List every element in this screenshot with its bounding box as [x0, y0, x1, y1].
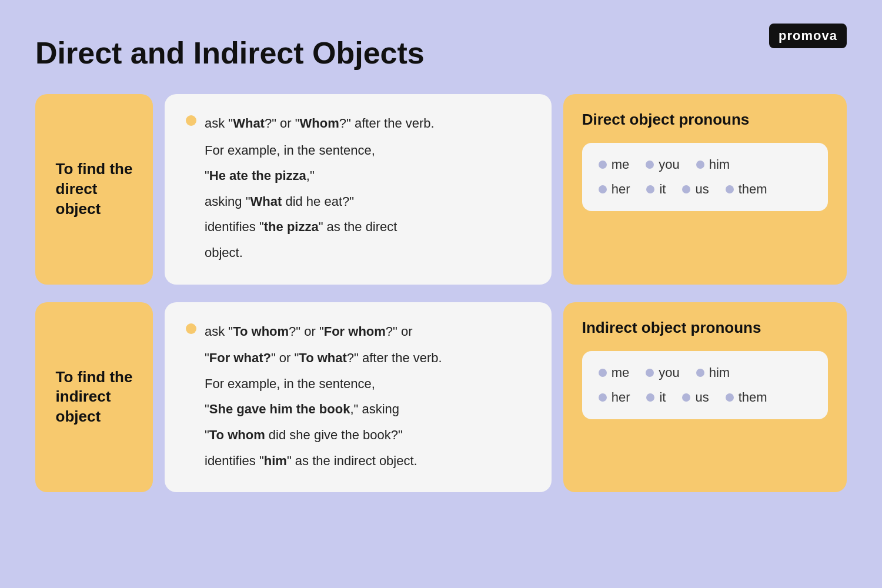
- direct-pronouns-card: Direct object pronouns me you him: [563, 94, 847, 285]
- pronoun-him-direct: him: [696, 157, 730, 172]
- pronoun-you-direct: you: [646, 157, 679, 172]
- pronoun-you-label: you: [659, 365, 679, 380]
- pronoun-her-label: her: [612, 390, 630, 405]
- pronoun-her-indirect: her: [599, 390, 630, 405]
- direct-explanation-card: ask "What?" or "Whom?" after the verb. F…: [165, 94, 552, 285]
- pronoun-dot: [696, 161, 704, 169]
- direct-label-card: To find thedirectobject: [35, 94, 153, 285]
- direct-pronouns-title: Direct object pronouns: [582, 111, 828, 129]
- indirect-line1: "For what?" or "To what?" after the verb…: [186, 346, 530, 370]
- pronoun-dot: [599, 161, 607, 169]
- indirect-pronouns-title: Indirect object pronouns: [582, 319, 828, 337]
- indirect-object-section: To find theindirectobject ask "To whom?"…: [35, 302, 847, 493]
- indirect-label-card: To find theindirectobject: [35, 302, 153, 493]
- pronoun-dot: [599, 393, 607, 402]
- pronoun-us-direct: us: [682, 182, 709, 197]
- bullet-dot-indirect: [186, 323, 196, 334]
- indirect-line3: "She gave him the book," asking: [186, 397, 530, 421]
- indirect-pronouns-list: me you him her: [582, 351, 828, 419]
- direct-line3: asking "What did he eat?": [186, 190, 530, 213]
- pronoun-him-label: him: [709, 365, 730, 380]
- pronoun-her-label: her: [612, 182, 630, 197]
- pronoun-dot: [726, 393, 734, 402]
- sections-wrapper: To find thedirectobject ask "What?" or "…: [35, 94, 847, 492]
- indirect-pronouns-card: Indirect object pronouns me you him: [563, 302, 847, 493]
- pronoun-it-label: it: [659, 182, 666, 197]
- direct-line4: identifies "the pizza" as the direct: [186, 215, 530, 239]
- pronoun-them-label: them: [739, 390, 767, 405]
- promova-badge: promova: [769, 24, 847, 48]
- pronoun-dot: [599, 185, 607, 193]
- pronoun-them-direct: them: [726, 182, 767, 197]
- pronoun-them-indirect: them: [726, 390, 767, 405]
- direct-pronouns-list: me you him her: [582, 143, 828, 211]
- indirect-bullet-text: ask "To whom?" or "For whom?" or: [205, 320, 413, 343]
- pronoun-him-label: him: [709, 157, 730, 172]
- direct-bullet-text: ask "What?" or "Whom?" after the verb.: [205, 112, 435, 135]
- pronoun-dot: [682, 185, 690, 193]
- pronoun-dot: [696, 369, 704, 377]
- pronoun-it-direct: it: [646, 182, 666, 197]
- pronoun-me-indirect: me: [599, 365, 630, 380]
- direct-label-text: To find thedirectobject: [56, 159, 133, 219]
- pronoun-dot: [599, 369, 607, 377]
- indirect-pronoun-row2: her it us them: [599, 390, 811, 405]
- pronoun-dot: [726, 185, 734, 193]
- indirect-explanation-card: ask "To whom?" or "For whom?" or "For wh…: [165, 302, 552, 493]
- pronoun-me-label: me: [612, 365, 630, 380]
- pronoun-dot: [646, 369, 654, 377]
- indirect-pronoun-row1: me you him: [599, 365, 811, 380]
- direct-line2: "He ate the pizza,": [186, 164, 530, 188]
- pronoun-me-direct: me: [599, 157, 630, 172]
- pronoun-you-label: you: [659, 157, 679, 172]
- direct-object-section: To find thedirectobject ask "What?" or "…: [35, 94, 847, 285]
- direct-pronoun-row1: me you him: [599, 157, 811, 172]
- bullet-dot-direct: [186, 115, 196, 126]
- page-title: Direct and Indirect Objects: [35, 35, 847, 71]
- pronoun-us-label: us: [695, 390, 709, 405]
- direct-pronoun-row2: her it us them: [599, 182, 811, 197]
- pronoun-her-direct: her: [599, 182, 630, 197]
- pronoun-it-indirect: it: [646, 390, 666, 405]
- pronoun-him-indirect: him: [696, 365, 730, 380]
- pronoun-dot: [646, 393, 654, 402]
- direct-line5: object.: [186, 241, 530, 265]
- pronoun-dot: [682, 393, 690, 402]
- indirect-line4: "To whom did she give the book?": [186, 423, 530, 447]
- pronoun-me-label: me: [612, 157, 630, 172]
- indirect-line2: For example, in the sentence,: [186, 372, 530, 396]
- direct-line1: For example, in the sentence,: [186, 139, 530, 162]
- pronoun-us-indirect: us: [682, 390, 709, 405]
- indirect-label-text: To find theindirectobject: [56, 368, 133, 427]
- pronoun-dot: [646, 161, 654, 169]
- pronoun-them-label: them: [739, 182, 767, 197]
- pronoun-us-label: us: [695, 182, 709, 197]
- pronoun-dot: [646, 185, 654, 193]
- pronoun-you-indirect: you: [646, 365, 679, 380]
- pronoun-it-label: it: [659, 390, 666, 405]
- indirect-line5: identifies "him" as the indirect object.: [186, 449, 530, 473]
